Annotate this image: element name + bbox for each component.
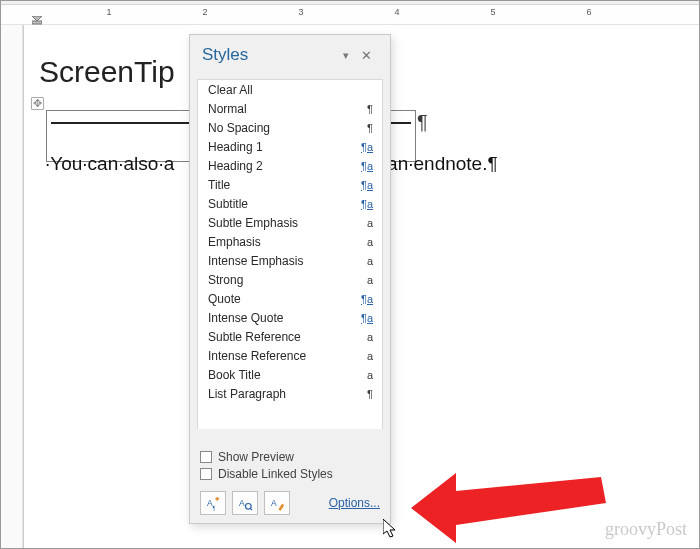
style-item-label: Quote xyxy=(208,292,359,306)
style-item-label: Heading 2 xyxy=(208,159,359,173)
style-item[interactable]: No Spacing¶ xyxy=(198,118,382,137)
disable-linked-checkbox[interactable]: Disable Linked Styles xyxy=(200,467,380,481)
table-move-handle-icon[interactable]: ✥ xyxy=(31,97,44,110)
linked-style-icon: ¶a xyxy=(359,312,373,324)
style-item[interactable]: Stronga xyxy=(198,270,382,289)
svg-rect-1 xyxy=(32,21,42,24)
svg-line-6 xyxy=(250,508,252,510)
show-preview-label: Show Preview xyxy=(218,450,294,464)
watermark-brand: groovy xyxy=(605,519,656,539)
ruler-number: 4 xyxy=(394,7,399,17)
style-inspector-button[interactable]: A xyxy=(232,491,258,515)
character-style-icon: a xyxy=(359,369,373,381)
style-item-label: No Spacing xyxy=(208,121,359,135)
paragraph-style-icon: ¶ xyxy=(359,122,373,134)
character-style-icon: a xyxy=(359,236,373,248)
style-item-label: Intense Quote xyxy=(208,311,359,325)
style-item-label: Book Title xyxy=(208,368,359,382)
style-item[interactable]: Heading 1¶a xyxy=(198,137,382,156)
linked-style-icon: ¶a xyxy=(359,160,373,172)
style-item-label: Intense Emphasis xyxy=(208,254,359,268)
style-item-label: List Paragraph xyxy=(208,387,359,401)
style-item[interactable]: Quote¶a xyxy=(198,289,382,308)
styles-options-link[interactable]: Options... xyxy=(329,496,380,510)
watermark: groovyPost xyxy=(605,519,687,540)
paragraph-mark: ¶ xyxy=(417,111,428,134)
checkbox-icon xyxy=(200,451,212,463)
style-item-label: Subtitle xyxy=(208,197,359,211)
ruler-number: 6 xyxy=(586,7,591,17)
pane-close-button[interactable]: ✕ xyxy=(355,48,378,63)
disable-linked-label: Disable Linked Styles xyxy=(218,467,333,481)
ruler-number: 5 xyxy=(490,7,495,17)
character-style-icon: a xyxy=(359,331,373,343)
linked-style-icon: ¶a xyxy=(359,198,373,210)
style-item[interactable]: Subtle Referencea xyxy=(198,327,382,346)
manage-styles-button[interactable]: A xyxy=(264,491,290,515)
ruler-number: 1 xyxy=(106,7,111,17)
checkbox-icon xyxy=(200,468,212,480)
vertical-ruler[interactable] xyxy=(1,25,23,548)
style-item[interactable]: Emphasisa xyxy=(198,232,382,251)
paragraph-style-icon: ¶ xyxy=(359,388,373,400)
style-item[interactable]: Normal¶ xyxy=(198,99,382,118)
style-item[interactable]: Title¶a xyxy=(198,175,382,194)
character-style-icon: a xyxy=(359,255,373,267)
style-item-label: Clear All xyxy=(208,83,359,97)
style-item[interactable]: Subtle Emphasisa xyxy=(198,213,382,232)
show-preview-checkbox[interactable]: Show Preview xyxy=(200,450,380,464)
style-item[interactable]: Clear All xyxy=(198,80,382,99)
svg-text:A: A xyxy=(238,498,244,508)
svg-text:¶: ¶ xyxy=(212,505,215,511)
style-item[interactable]: Intense Referencea xyxy=(198,346,382,365)
styles-pane-title: Styles xyxy=(202,45,248,65)
character-style-icon: a xyxy=(359,217,373,229)
style-item-label: Subtle Emphasis xyxy=(208,216,359,230)
style-item[interactable]: Heading 2¶a xyxy=(198,156,382,175)
style-item[interactable]: Intense Emphasisa xyxy=(198,251,382,270)
svg-text:A: A xyxy=(270,498,276,508)
new-style-button[interactable]: A¶ xyxy=(200,491,226,515)
character-style-icon: a xyxy=(359,350,373,362)
style-item[interactable]: Intense Quote¶a xyxy=(198,308,382,327)
style-item-label: Emphasis xyxy=(208,235,359,249)
style-item[interactable]: Book Titlea xyxy=(198,365,382,384)
style-item-label: Normal xyxy=(208,102,359,116)
style-item-label: Strong xyxy=(208,273,359,287)
style-inspector-icon: A xyxy=(238,496,253,511)
styles-list[interactable]: Clear AllNormal¶No Spacing¶Heading 1¶aHe… xyxy=(197,79,383,429)
manage-styles-icon: A xyxy=(270,496,285,511)
style-item[interactable]: List Paragraph¶ xyxy=(198,384,382,403)
svg-marker-0 xyxy=(32,16,42,21)
document-title-text[interactable]: ScreenTip xyxy=(39,55,175,89)
horizontal-ruler[interactable]: 1 2 3 4 5 6 xyxy=(1,5,699,25)
style-item-label: Subtle Reference xyxy=(208,330,359,344)
linked-style-icon: ¶a xyxy=(359,141,373,153)
style-item-label: Intense Reference xyxy=(208,349,359,363)
style-item-label: Heading 1 xyxy=(208,140,359,154)
style-item-label: Title xyxy=(208,178,359,192)
svg-marker-8 xyxy=(278,503,284,511)
ruler-number: 2 xyxy=(202,7,207,17)
styles-pane: Styles ▾ ✕ Clear AllNormal¶No Spacing¶He… xyxy=(189,34,391,524)
linked-style-icon: ¶a xyxy=(359,293,373,305)
character-style-icon: a xyxy=(359,274,373,286)
ruler-number: 3 xyxy=(298,7,303,17)
pane-menu-button[interactable]: ▾ xyxy=(337,49,355,62)
paragraph-style-icon: ¶ xyxy=(359,103,373,115)
watermark-suffix: Post xyxy=(656,519,687,539)
linked-style-icon: ¶a xyxy=(359,179,373,191)
new-style-icon: A¶ xyxy=(206,496,221,511)
style-item[interactable]: Subtitle¶a xyxy=(198,194,382,213)
